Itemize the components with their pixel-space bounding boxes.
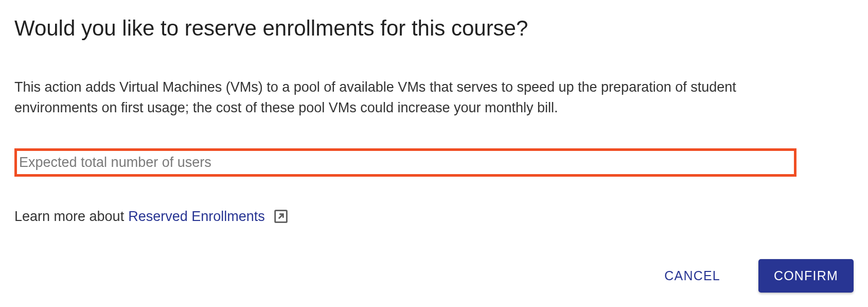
learn-more-prefix: Learn more about — [14, 209, 124, 225]
dialog-description: This action adds Virtual Machines (VMs) … — [14, 77, 817, 118]
external-link-icon — [272, 208, 290, 225]
users-input-wrapper — [14, 148, 796, 177]
confirm-button[interactable]: CONFIRM — [758, 259, 854, 293]
dialog-title: Would you like to reserve enrollments fo… — [14, 15, 854, 41]
dialog-actions: CANCEL CONFIRM — [649, 259, 854, 293]
cancel-button[interactable]: CANCEL — [649, 259, 736, 293]
reserved-enrollments-link[interactable]: Reserved Enrollments — [128, 209, 265, 225]
expected-users-input[interactable] — [17, 151, 794, 174]
learn-more-row: Learn more about Reserved Enrollments — [14, 208, 854, 225]
